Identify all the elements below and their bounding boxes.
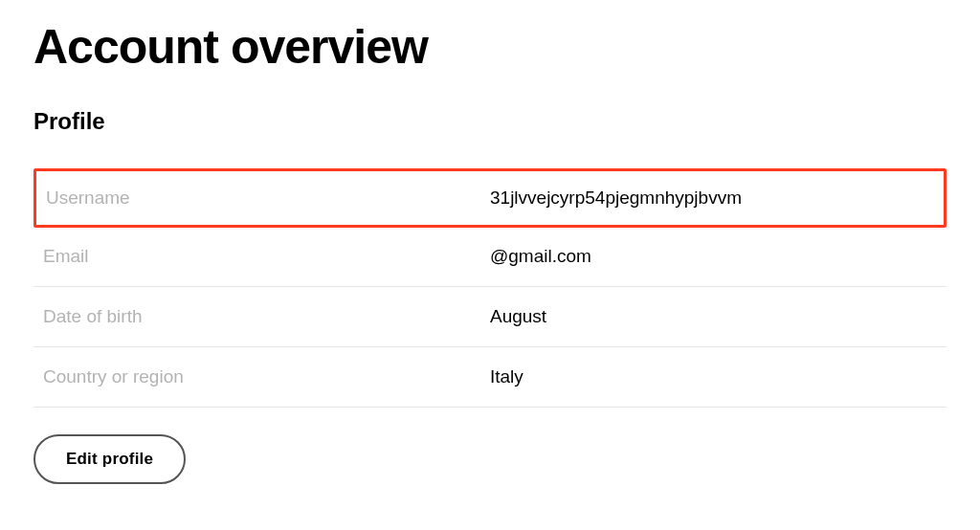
profile-label-email: Email (43, 246, 490, 267)
profile-row-country: Country or region Italy (33, 347, 947, 408)
profile-value-email: @gmail.com (490, 246, 937, 267)
edit-profile-button[interactable]: Edit profile (33, 434, 186, 484)
profile-label-country: Country or region (43, 366, 490, 387)
profile-value-dob: August (490, 306, 937, 327)
profile-row-email: Email @gmail.com (33, 227, 947, 287)
page-title: Account overview (33, 19, 947, 75)
profile-label-username: Username (46, 188, 490, 209)
profile-row-dob: Date of birth August (33, 287, 947, 347)
profile-value-country: Italy (490, 366, 937, 387)
profile-label-dob: Date of birth (43, 306, 490, 327)
profile-table: Username 31jlvvejcyrp54pjegmnhypjbvvm Em… (33, 168, 947, 408)
profile-row-username: Username 31jlvvejcyrp54pjegmnhypjbvvm (33, 168, 947, 228)
profile-section-title: Profile (33, 108, 947, 135)
profile-value-username: 31jlvvejcyrp54pjegmnhypjbvvm (490, 188, 934, 209)
